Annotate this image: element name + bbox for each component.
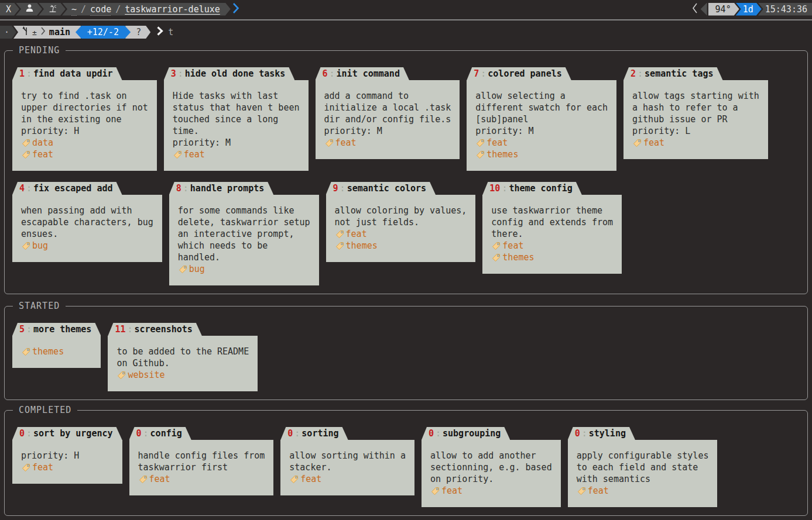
task-tag[interactable]: themes	[491, 252, 613, 263]
tag-icon	[21, 138, 31, 148]
tag-icon	[138, 474, 148, 484]
task-title: find data updir	[33, 68, 112, 79]
task-card[interactable]: 0:confighandle config files from taskwar…	[129, 427, 274, 495]
tag-label: data	[32, 137, 53, 149]
task-description: allow to add another sectionning, e.g. b…	[430, 450, 552, 485]
task-card[interactable]: 8:handle promptsfor some commands like d…	[169, 182, 319, 285]
task-card[interactable]: 0:sortingallow sorting within a stacker.…	[280, 427, 414, 495]
task-card[interactable]: 0:sort by urgencypriority: Hfeat	[12, 427, 122, 484]
task-tag[interactable]: feat	[138, 473, 265, 485]
tag-label: themes	[32, 346, 64, 357]
temperature-segment: 94°	[708, 3, 739, 16]
task-card[interactable]: 10:theme configuse taskwarrior theme con…	[482, 182, 622, 274]
task-tag[interactable]: feat	[324, 137, 451, 149]
path-home[interactable]: ~	[71, 4, 77, 15]
task-card[interactable]: 0:subgroupingallow to add another sectio…	[422, 427, 561, 507]
task-tag[interactable]: feat	[475, 137, 608, 149]
task-body: allow coloring by values, not just field…	[326, 195, 476, 262]
prompt-chevron-icon	[156, 25, 163, 39]
user-icon	[25, 4, 34, 15]
task-id: 0	[136, 428, 142, 439]
tag-label: feat	[335, 137, 357, 149]
task-id: 0	[287, 428, 293, 439]
path-dir[interactable]: code	[90, 4, 111, 15]
task-tag[interactable]: feat	[21, 462, 114, 473]
git-diff-value: +12/-2	[87, 27, 119, 37]
task-card[interactable]: 5:more themesthemes	[12, 323, 101, 368]
task-card[interactable]: 9:semantic colorsallow coloring by value…	[326, 182, 476, 262]
task-tag[interactable]: data	[21, 137, 148, 149]
tag-label: feat	[32, 149, 53, 160]
tag-label: website	[128, 369, 165, 381]
task-tag[interactable]: feat	[577, 485, 709, 497]
task-title: more themes	[33, 324, 91, 335]
task-description: when passing add with escapable characte…	[21, 205, 153, 240]
task-card[interactable]: 7:colored panelsallow selecting a differ…	[467, 67, 616, 171]
task-description: apply configurable styles to each field …	[577, 450, 709, 485]
tag-icon	[335, 229, 345, 239]
task-title: sort by urgency	[33, 428, 112, 439]
path-repo[interactable]: taskwarrior-deluxe	[125, 4, 220, 15]
task-card[interactable]: 1:find data updirtry to find .task on up…	[12, 67, 157, 171]
task-tag[interactable]: feat	[289, 473, 406, 485]
chevron-right-icon	[232, 2, 239, 17]
task-card[interactable]: 4:fix escaped addwhen passing add with e…	[12, 182, 162, 262]
task-tag[interactable]: website	[117, 369, 249, 381]
task-tag[interactable]: themes	[475, 149, 608, 160]
task-tag[interactable]: feat	[173, 149, 300, 160]
task-card[interactable]: 6:init commandadd a command to initializ…	[316, 67, 460, 159]
task-tag[interactable]: feat	[491, 240, 613, 252]
task-tab: 0:styling	[568, 427, 635, 440]
task-tag[interactable]: feat	[335, 228, 467, 240]
git-diff-segment: +12/-2	[76, 26, 131, 39]
task-tag[interactable]: themes	[335, 240, 467, 252]
task-description: allow tags starting with a hash to refer…	[632, 90, 759, 137]
id-title-separator: :	[636, 68, 645, 79]
task-tag[interactable]: feat	[430, 485, 552, 497]
git-branch-icon	[22, 26, 29, 39]
task-tag[interactable]: bug	[21, 240, 153, 252]
task-title: fix escaped add	[33, 183, 112, 194]
temperature-value: 94°	[715, 4, 731, 15]
task-body: to be added to the README on Github.webs…	[108, 336, 258, 391]
task-description: priority: H	[21, 450, 114, 462]
task-body: themes	[12, 336, 101, 368]
section-pending: PENDING1:find data updirtry to find .tas…	[4, 50, 808, 294]
id-title-separator: :	[479, 68, 488, 79]
tag-icon	[491, 253, 501, 263]
git-segment: ± main	[13, 26, 81, 39]
tag-label: feat	[184, 149, 205, 160]
task-tab: 9:semantic colors	[326, 182, 436, 195]
task-tab: 7:colored panels	[467, 67, 571, 80]
task-id: 3	[171, 68, 176, 79]
task-description: allow sorting within a stacker.	[289, 450, 406, 473]
top-status-bar: X ~ /	[0, 0, 812, 16]
tag-icon	[475, 138, 485, 148]
app-label: X	[6, 4, 11, 15]
task-card[interactable]: 0:stylingapply configurable styles to ea…	[568, 427, 718, 507]
task-tag[interactable]: bug	[178, 263, 310, 275]
task-card[interactable]: 3:hide old done tasksHide tasks with las…	[164, 67, 309, 171]
task-tag[interactable]: feat	[632, 137, 759, 149]
section-title: COMPLETED	[13, 405, 77, 415]
task-description: allow coloring by values, not just field…	[335, 205, 467, 228]
tag-icon	[21, 463, 31, 473]
task-title: handle prompts	[190, 183, 264, 194]
task-tab: 0:sort by urgency	[12, 427, 122, 440]
task-tag[interactable]: themes	[21, 346, 92, 357]
tag-label: themes	[486, 149, 518, 160]
tag-icon	[475, 150, 485, 160]
task-card[interactable]: 2:semantic tagsallow tags starting with …	[623, 67, 768, 159]
task-body: priority: Hfeat	[12, 440, 122, 484]
task-body: allow tags starting with a hash to refer…	[623, 80, 768, 159]
task-card[interactable]: 11:screenshotsto be added to the README …	[108, 323, 258, 391]
task-tag[interactable]: feat	[21, 149, 148, 160]
tag-icon	[491, 241, 501, 251]
task-board: PENDING1:find data updirtry to find .tas…	[0, 50, 812, 516]
task-title: styling	[589, 428, 626, 439]
tag-label: feat	[32, 462, 53, 473]
task-tab: 3:hide old done tasks	[164, 67, 295, 80]
command-input[interactable]: t	[168, 27, 173, 37]
uptime-value: 1d	[743, 4, 753, 15]
git-branch-name[interactable]: main	[49, 27, 70, 37]
